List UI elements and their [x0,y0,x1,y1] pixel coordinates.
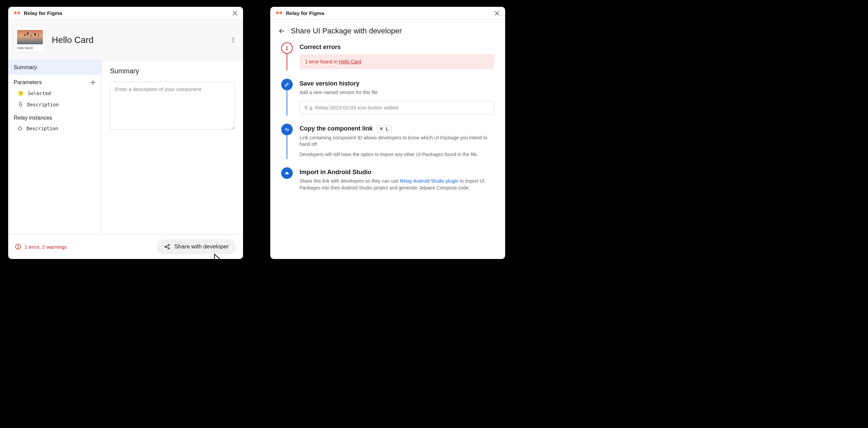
add-parameter-icon[interactable] [90,79,96,86]
steps-list: Correct errors 1 error found in Hello Ca… [270,42,505,198]
import-desc-prefix: Share this link with developers so they … [300,178,400,184]
step-subtitle: Add a new named version for this file [300,89,494,96]
svg-point-1 [232,39,234,40]
left-footer: 1 error, 2 warnings Share with developer [8,234,243,259]
parameters-label: Parameters [14,79,42,86]
cursor-pointer-icon [214,254,222,259]
panel-header: Relay for Figma [8,7,243,20]
svg-point-11 [287,173,288,174]
main-area: Summary [102,60,243,234]
share-icon [164,244,170,250]
step-title: Copy the component link ⌘ L [300,125,494,133]
error-step-icon [281,42,293,54]
component-header-block: Hello World Hello Card [8,20,243,60]
svg-point-5 [18,248,18,248]
sidebar: Summary Parameters Selected Description [8,60,102,234]
share-button-label: Share with developer [174,243,229,250]
step-copy-link: Copy the component link ⌘ L Link contain… [281,124,494,168]
share-page-header: Share UI Package with developer [270,20,505,42]
svg-point-6 [165,246,166,247]
share-with-developer-button[interactable]: Share with developer [157,239,236,254]
svg-rect-3 [18,126,22,130]
instance-row-description[interactable]: Description [8,123,101,134]
sidebar-header-parameters: Parameters [8,75,101,88]
svg-point-9 [287,49,287,50]
relay-plugin-link[interactable]: Relay Android Studio plugin [400,178,459,184]
component-thumbnail: Hello World [15,28,45,52]
error-banner: 1 error found in Hello Card [300,54,494,69]
import-description: Share this link with developers so they … [300,178,494,191]
diamond-icon [18,126,22,131]
edit-step-icon [281,79,293,90]
step-desc-1: Link containing component ID allows deve… [300,135,494,148]
close-icon[interactable] [494,11,500,16]
svg-point-2 [232,41,234,42]
description-textarea[interactable] [110,82,235,129]
step-import-android-studio: Import in Android Studio Share this link… [281,167,494,191]
android-step-icon [281,167,293,179]
thumbnail-caption: Hello World [17,44,43,50]
keyboard-shortcut: ⌘ L [377,125,391,133]
close-icon[interactable] [232,11,238,16]
back-arrow-icon[interactable] [278,28,285,34]
instances-label: Relay instances [14,115,52,121]
main-heading: Summary [110,67,235,75]
step-correct-errors: Correct errors 1 error found in Hello Ca… [281,42,494,79]
parameter-label: Selected [28,91,51,96]
svg-point-7 [168,244,170,246]
parameter-row-description[interactable]: Description [8,99,101,110]
copy-link-title-text: Copy the component link [300,125,373,132]
svg-point-0 [232,37,234,38]
relay-logo-icon [14,11,20,16]
error-summary-link[interactable]: 1 error, 2 warnings [15,244,67,250]
thumbnail-image [17,30,43,44]
sidebar-header-instances: Relay instances [8,110,101,123]
tap-icon [18,102,23,107]
app-title: Relay for Figma [24,10,229,16]
share-panel: Relay for Figma Share UI Package with de… [270,7,505,259]
sidebar-item-summary[interactable]: Summary [8,60,101,75]
step-title: Correct errors [300,44,494,51]
parameter-row-selected[interactable]: Selected [8,88,101,99]
relay-main-panel: Relay for Figma Hello World Hello Card S… [8,7,243,259]
error-summary-text: 1 error, 2 warnings [25,244,67,250]
error-banner-link[interactable]: Hello Card [339,59,361,64]
warning-badge-icon [18,90,24,96]
svg-point-8 [168,248,170,249]
panel-header: Relay for Figma [270,7,505,20]
step-title: Import in Android Studio [300,169,494,176]
left-body: Summary Parameters Selected Description [8,60,243,234]
link-step-icon [281,124,293,135]
svg-point-10 [286,173,287,174]
error-circle-icon [15,244,21,250]
step-save-version: Save version history Add a new named ver… [281,79,494,124]
version-name-input[interactable] [300,101,494,114]
step-desc-2: Developers will still have the option to… [300,151,494,158]
app-title: Relay for Figma [286,10,491,16]
share-page-title: Share UI Package with developer [291,27,402,35]
kebab-menu-icon[interactable] [230,37,236,43]
component-name: Hello Card [52,35,223,45]
parameter-label: Description [27,102,59,107]
relay-logo-icon [276,11,283,16]
step-title: Save version history [300,80,494,87]
instance-label: Description [27,126,58,131]
error-banner-prefix: 1 error found in [305,59,339,64]
